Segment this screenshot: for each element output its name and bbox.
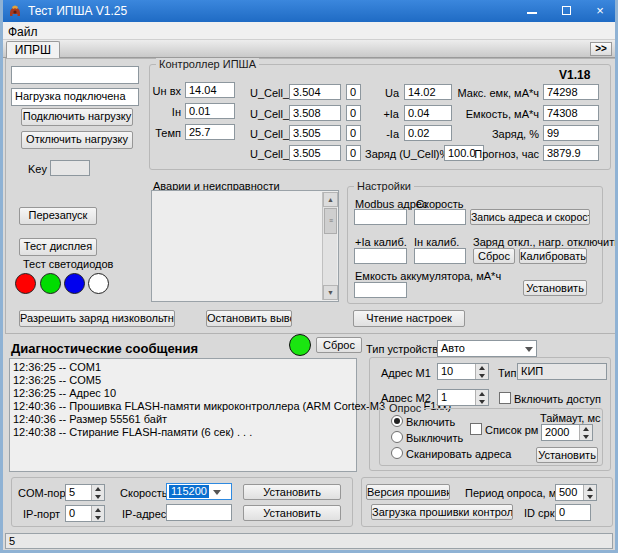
controller-group-title: Контроллер ИПША xyxy=(156,58,259,70)
addr-m2-arrows[interactable] xyxy=(475,390,488,405)
ip-port-label: IP-порт xyxy=(23,508,60,520)
maximize-button[interactable] xyxy=(551,0,583,22)
device-type-label: Тип устройства xyxy=(366,343,444,355)
com-speed-value: 115200 xyxy=(169,485,209,498)
capacity-field[interactable]: 74308 xyxy=(543,105,599,121)
list-pm-label: Список рм xyxy=(485,424,538,436)
ip-port-value[interactable]: 0 xyxy=(66,506,91,521)
charge-pct-field[interactable]: 99 xyxy=(543,125,599,141)
allow-charge-button[interactable]: Разрешить заряд низковольтной ячейки xyxy=(19,310,175,327)
ip-port-arrows[interactable] xyxy=(91,506,104,521)
poll-off-radio[interactable] xyxy=(391,431,403,443)
status-field-top[interactable] xyxy=(11,66,139,84)
ucell1-field[interactable]: 3.504 xyxy=(289,84,341,100)
chevron-down-icon[interactable] xyxy=(209,484,224,499)
max-capacity-field[interactable]: 74298 xyxy=(543,84,599,100)
menu-file[interactable]: Файл xyxy=(0,23,46,41)
faults-scrollbar[interactable]: ▲ ≡ ▼ xyxy=(322,192,337,300)
temp-field[interactable]: 25.7 xyxy=(185,124,235,140)
list-pm-checkbox[interactable] xyxy=(470,423,482,435)
speed-set-field[interactable] xyxy=(414,209,466,225)
stop-output-button[interactable]: Остановить вывод xyxy=(206,310,292,327)
scroll-down-icon[interactable]: ▼ xyxy=(323,285,338,300)
restart-button[interactable]: Перезапуск xyxy=(19,207,97,225)
poll-period-arrows[interactable] xyxy=(583,485,596,500)
close-button[interactable]: × xyxy=(584,0,616,22)
diagnostics-reset-button[interactable]: Сброс xyxy=(316,337,362,353)
chevron-down-icon[interactable] xyxy=(521,341,536,356)
minimize-button[interactable] xyxy=(516,0,548,22)
ua-field[interactable]: 14.02 xyxy=(404,84,452,100)
scroll-up-icon[interactable]: ▲ xyxy=(323,192,338,207)
ucell3-field[interactable]: 3.505 xyxy=(289,125,341,141)
com-port-arrows[interactable] xyxy=(91,485,104,500)
device-type-combo[interactable]: Авто xyxy=(437,340,537,357)
ucell2-field[interactable]: 3.508 xyxy=(289,105,341,121)
com-port-spinner[interactable]: 5 xyxy=(65,484,105,501)
ip-set-button[interactable]: Установить xyxy=(243,505,341,521)
timeout-arrows[interactable] xyxy=(579,425,592,440)
tab-iprsh[interactable]: ИПРШ xyxy=(6,41,60,58)
capacity-label: Емкость, мА*ч xyxy=(449,108,539,120)
calibrate-button[interactable]: Калибровать xyxy=(519,248,587,264)
load-status-field[interactable]: Нагрузка подключена xyxy=(11,88,139,106)
ucell3-flag[interactable]: 0 xyxy=(346,125,361,141)
key-field[interactable] xyxy=(50,160,90,176)
in-calib-field[interactable] xyxy=(414,248,466,264)
tab-overflow-button[interactable]: >> xyxy=(590,42,612,56)
scrollbar-thumb[interactable]: ≡ xyxy=(324,208,337,234)
title-bar: Тест ИПША V1.25 × xyxy=(0,0,618,22)
write-addr-speed-button[interactable]: Запись адреса и скорости xyxy=(470,209,590,225)
un-in-field[interactable]: 14.04 xyxy=(185,82,235,98)
poll-period-spinner[interactable]: 500 xyxy=(555,484,597,501)
poll-on-radio[interactable] xyxy=(391,415,403,427)
reset-calib-button[interactable]: Сброс xyxy=(473,248,515,264)
firmware-version-button[interactable]: Версия прошивки xyxy=(366,484,450,500)
poll-scan-radio[interactable] xyxy=(391,447,403,459)
led-white xyxy=(88,273,109,294)
ia-calib-field[interactable] xyxy=(354,248,407,264)
settings-set-button[interactable]: Установить xyxy=(523,280,587,296)
poll-period-value[interactable]: 500 xyxy=(556,485,583,500)
ucell1-flag[interactable]: 0 xyxy=(346,84,361,100)
ip-port-spinner[interactable]: 0 xyxy=(65,505,105,522)
timeout-label: Таймаут, мс xyxy=(540,412,601,424)
charge-cell-label: Заряд (U_Cell)% xyxy=(365,148,449,160)
ucell2-flag[interactable]: 0 xyxy=(346,105,361,121)
addr-m1-arrows[interactable] xyxy=(475,364,488,379)
addr-m2-value[interactable]: 1 xyxy=(438,390,475,405)
access-checkbox[interactable] xyxy=(499,392,511,404)
device-kind-field[interactable]: КИП xyxy=(517,363,607,380)
id-srk-field[interactable]: 0 xyxy=(555,504,591,521)
addr-m2-spinner[interactable]: 1 xyxy=(437,389,489,406)
display-test-button[interactable]: Тест дисплея xyxy=(19,238,97,256)
plus-ia-field[interactable]: 0.04 xyxy=(404,105,452,121)
minus-ia-label: -Ia xyxy=(371,128,399,140)
read-settings-button[interactable]: Чтение настроек xyxy=(353,310,465,327)
in-field[interactable]: 0.01 xyxy=(185,103,235,119)
com-port-value[interactable]: 5 xyxy=(66,485,91,500)
ip-addr-field[interactable] xyxy=(166,504,232,521)
diagnostics-log[interactable]: 12:36:25 -- COM1 12:36:25 -- COM5 12:36:… xyxy=(9,358,357,472)
timeout-value[interactable]: 2000 xyxy=(542,425,579,440)
disconnect-load-button[interactable]: Отключить нагрузку xyxy=(21,131,133,149)
battery-capacity-field[interactable] xyxy=(354,282,407,298)
forecast-field[interactable]: 3879.9 xyxy=(543,145,599,161)
ucell4-flag[interactable]: 0 xyxy=(346,145,361,161)
faults-listbox[interactable]: ▲ ≡ ▼ xyxy=(151,190,339,302)
modbus-addr-field[interactable] xyxy=(354,209,407,225)
addr-m1-label: Адрес М1 xyxy=(381,367,431,379)
ucell4-field[interactable]: 3.505 xyxy=(289,145,341,161)
timeout-spinner[interactable]: 2000 xyxy=(541,424,593,441)
un-in-label: Uн вх xyxy=(151,85,181,97)
connect-load-button[interactable]: Подключить нагрузку xyxy=(21,108,133,126)
com-set-button[interactable]: Установить xyxy=(243,484,341,500)
log-line: 12:40:38 -- Стирание FLASH-памяти (6 сек… xyxy=(13,426,353,439)
com-speed-combo[interactable]: 115200 xyxy=(166,483,232,500)
poll-set-button[interactable]: Установить xyxy=(536,447,598,463)
controller-version: V1.18 xyxy=(559,68,590,82)
addr-m1-spinner[interactable]: 10 xyxy=(437,363,489,380)
minus-ia-field[interactable]: 0.02 xyxy=(404,125,452,141)
addr-m1-value[interactable]: 10 xyxy=(438,364,475,379)
load-firmware-button[interactable]: Загрузка прошивки контроллера xyxy=(371,504,513,520)
